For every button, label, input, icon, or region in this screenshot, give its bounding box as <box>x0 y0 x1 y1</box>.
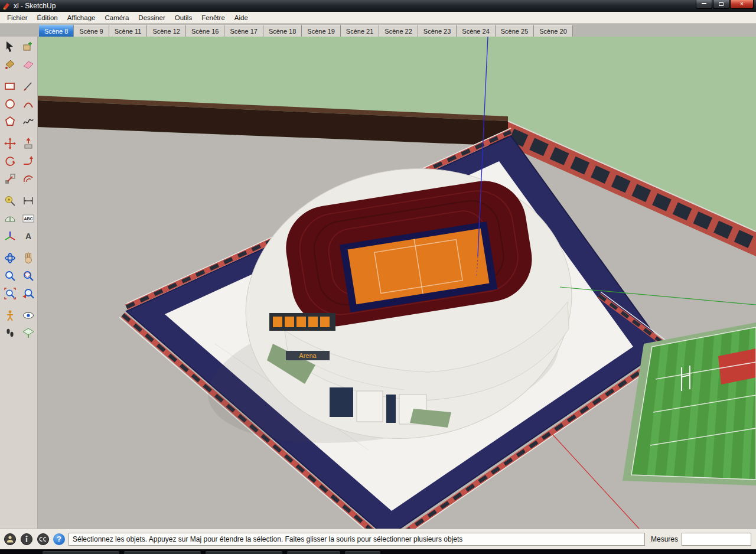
zoom-previous-tool-button[interactable] <box>19 285 37 302</box>
scene-tab[interactable]: Scène 17 <box>224 25 263 37</box>
stadium-sign-text: Arena <box>299 352 317 359</box>
polygon-tool-button[interactable] <box>1 113 19 131</box>
section-plane-icon <box>22 327 35 340</box>
scene-tabs-bar: Scène 8Scène 9Scène 11Scène 12Scène 16Sc… <box>0 24 756 37</box>
scene-tab[interactable]: Scène 20 <box>534 25 572 37</box>
scale-tool-button[interactable] <box>1 170 19 188</box>
pan-hand-icon <box>22 252 35 265</box>
scene-tab[interactable]: Scène 24 <box>457 25 495 37</box>
menu-item[interactable]: Caméra <box>100 13 133 22</box>
text-tool-button[interactable]: ABC <box>19 210 37 227</box>
eraser-tool-button[interactable] <box>19 56 37 73</box>
menu-item[interactable]: Fichier <box>2 13 32 22</box>
tape-measure-tool-button[interactable] <box>1 192 19 210</box>
dimension-tool-button[interactable] <box>19 192 37 210</box>
scene-tab[interactable]: Scène 11 <box>109 25 148 37</box>
help-icon[interactable]: ? <box>53 533 65 545</box>
move-tool-button[interactable] <box>1 135 19 152</box>
maximize-button[interactable] <box>713 0 729 9</box>
move-icon <box>4 137 17 150</box>
info-icon[interactable] <box>20 533 33 546</box>
scene-tab[interactable]: Scène 22 <box>379 25 418 37</box>
arc-tool-button[interactable] <box>19 95 37 113</box>
zoom-tool-button[interactable] <box>1 267 19 285</box>
close-icon: × <box>740 1 744 7</box>
measurements-input[interactable] <box>682 533 751 546</box>
minimize-button[interactable] <box>696 0 712 9</box>
select-icon <box>4 40 17 53</box>
rotate-tool-button[interactable] <box>1 152 19 170</box>
toolbar-separator <box>1 73 37 77</box>
menu-bar: FichierÉditionAffichageCaméraDessinerOut… <box>0 12 756 24</box>
scene-tab[interactable]: Scène 25 <box>496 25 534 37</box>
freehand-icon <box>22 115 35 128</box>
scene-tab[interactable]: Scène 9 <box>74 25 109 37</box>
menu-item[interactable]: Affichage <box>63 13 100 22</box>
taskbar-button[interactable] <box>43 551 119 554</box>
scene-tab[interactable]: Scène 19 <box>302 25 340 37</box>
axes-tool-button[interactable] <box>1 227 19 245</box>
status-message: Sélectionnez les objets. Appuyez sur Maj… <box>69 533 645 546</box>
position-camera-tool-button[interactable] <box>1 307 19 324</box>
make-component-tool-button[interactable] <box>19 38 37 56</box>
select-tool-button[interactable] <box>1 38 19 56</box>
push-pull-tool-button[interactable] <box>19 135 37 152</box>
zoom-extents-tool-button[interactable] <box>1 285 19 302</box>
viewport-canvas[interactable]: Arena <box>38 37 756 529</box>
freehand-tool-button[interactable] <box>19 113 37 131</box>
menu-item[interactable]: Aide <box>230 13 253 22</box>
zoom-window-icon <box>22 269 35 282</box>
scene-tab[interactable]: Scène 18 <box>263 25 302 37</box>
walk-tool-button[interactable] <box>1 324 19 342</box>
orbit-tool-button[interactable] <box>1 249 19 267</box>
taskbar-sliver <box>0 549 756 554</box>
menu-item[interactable]: Édition <box>32 13 63 22</box>
scale-icon <box>4 172 17 185</box>
license-icon[interactable] <box>37 533 50 546</box>
position-camera-icon <box>4 309 17 322</box>
menu-item[interactable]: Fenêtre <box>197 13 230 22</box>
model-viewport[interactable]: Arena <box>38 37 756 529</box>
scene-tab[interactable]: Scène 16 <box>186 25 224 37</box>
orbit-icon <box>4 252 17 265</box>
paint-bucket-tool-button[interactable] <box>1 56 19 73</box>
zoom-icon <box>4 269 17 282</box>
minimize-icon <box>702 2 706 4</box>
scene-tab[interactable]: Scène 23 <box>418 25 457 37</box>
3d-text-icon: A <box>22 230 35 243</box>
taskbar-button[interactable] <box>206 551 282 554</box>
section-plane-tool-button[interactable] <box>19 324 37 342</box>
line-tool-button[interactable] <box>19 77 37 95</box>
taskbar-button[interactable] <box>287 551 340 554</box>
scene-tab[interactable]: Scène 8 <box>39 25 74 37</box>
toolbar-separator <box>1 131 37 135</box>
look-around-tool-button[interactable] <box>19 307 37 324</box>
scene-tab[interactable]: Scène 12 <box>147 25 185 37</box>
menu-item[interactable]: Dessiner <box>133 13 170 22</box>
close-button[interactable]: × <box>730 0 754 9</box>
scene-tab[interactable]: Scène 21 <box>341 25 379 37</box>
measurements-label: Mesures <box>651 535 678 543</box>
pan-tool-button[interactable] <box>19 249 37 267</box>
zoom-previous-icon <box>22 287 35 300</box>
rectangle-tool-button[interactable] <box>1 77 19 95</box>
circle-tool-button[interactable] <box>1 95 19 113</box>
protractor-tool-button[interactable] <box>1 210 19 227</box>
pencil-icon <box>22 80 35 93</box>
attribution-icon[interactable] <box>4 533 17 546</box>
tool-palette: ABC A <box>0 37 38 529</box>
taskbar-button[interactable] <box>345 551 380 554</box>
taskbar-button[interactable] <box>124 551 201 554</box>
title-bar: xl - SketchUp × <box>0 0 756 12</box>
footprints-icon <box>4 327 17 340</box>
follow-me-icon <box>22 155 35 168</box>
follow-me-tool-button[interactable] <box>19 152 37 170</box>
tape-measure-icon <box>4 194 17 207</box>
3d-text-tool-button[interactable]: A <box>19 227 37 245</box>
polygon-icon <box>4 115 17 128</box>
rectangle-icon <box>4 80 17 93</box>
axes-icon <box>4 230 17 243</box>
zoom-window-tool-button[interactable] <box>19 267 37 285</box>
offset-tool-button[interactable] <box>19 170 37 188</box>
menu-item[interactable]: Outils <box>170 13 197 22</box>
